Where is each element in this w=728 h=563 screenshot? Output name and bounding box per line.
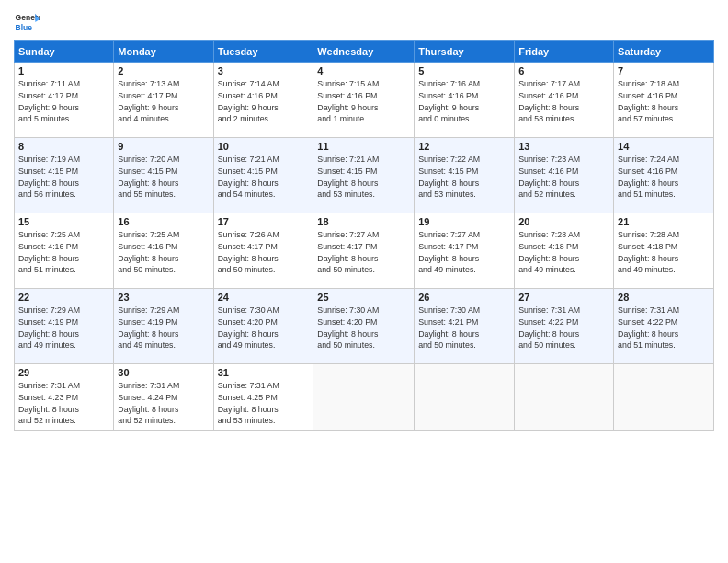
day-number: 30	[118, 367, 209, 378]
day-number: 3	[218, 65, 310, 76]
calendar-cell: 18Sunrise: 7:27 AM Sunset: 4:17 PM Dayli…	[313, 213, 415, 289]
page: General Blue SundayMondayTuesdayWednesda…	[0, 0, 728, 563]
calendar-cell: 7Sunrise: 7:18 AM Sunset: 4:16 PM Daylig…	[614, 63, 714, 138]
day-header-monday: Monday	[114, 41, 213, 63]
calendar-week-row: 8Sunrise: 7:19 AM Sunset: 4:15 PM Daylig…	[15, 138, 714, 213]
day-info: Sunrise: 7:31 AM Sunset: 4:25 PM Dayligh…	[218, 380, 310, 427]
calendar-cell: 10Sunrise: 7:21 AM Sunset: 4:15 PM Dayli…	[213, 138, 313, 213]
day-info: Sunrise: 7:30 AM Sunset: 4:21 PM Dayligh…	[418, 304, 510, 351]
day-header-tuesday: Tuesday	[213, 41, 313, 63]
day-info: Sunrise: 7:17 AM Sunset: 4:16 PM Dayligh…	[518, 78, 609, 125]
day-number: 11	[317, 141, 410, 152]
calendar-cell: 9Sunrise: 7:20 AM Sunset: 4:15 PM Daylig…	[114, 138, 213, 213]
day-number: 9	[118, 141, 209, 152]
calendar-cell: 1Sunrise: 7:11 AM Sunset: 4:17 PM Daylig…	[15, 63, 114, 138]
day-info: Sunrise: 7:25 AM Sunset: 4:16 PM Dayligh…	[18, 229, 109, 276]
day-number: 21	[618, 216, 710, 227]
day-info: Sunrise: 7:27 AM Sunset: 4:17 PM Dayligh…	[418, 229, 510, 276]
calendar-cell: 4Sunrise: 7:15 AM Sunset: 4:16 PM Daylig…	[313, 63, 415, 138]
day-number: 26	[418, 292, 510, 303]
calendar-cell: 8Sunrise: 7:19 AM Sunset: 4:15 PM Daylig…	[15, 138, 114, 213]
calendar-cell: 6Sunrise: 7:17 AM Sunset: 4:16 PM Daylig…	[515, 63, 614, 138]
day-number: 7	[618, 65, 710, 76]
day-info: Sunrise: 7:18 AM Sunset: 4:16 PM Dayligh…	[618, 78, 710, 125]
day-info: Sunrise: 7:30 AM Sunset: 4:20 PM Dayligh…	[317, 304, 410, 351]
calendar-cell: 21Sunrise: 7:28 AM Sunset: 4:18 PM Dayli…	[614, 213, 714, 289]
calendar-table: SundayMondayTuesdayWednesdayThursdayFrid…	[14, 40, 714, 431]
day-number: 8	[18, 141, 109, 152]
day-number: 27	[518, 292, 609, 303]
day-info: Sunrise: 7:16 AM Sunset: 4:16 PM Dayligh…	[418, 78, 510, 125]
day-number: 25	[317, 292, 410, 303]
day-info: Sunrise: 7:29 AM Sunset: 4:19 PM Dayligh…	[18, 304, 109, 351]
calendar-cell: 19Sunrise: 7:27 AM Sunset: 4:17 PM Dayli…	[415, 213, 515, 289]
day-info: Sunrise: 7:25 AM Sunset: 4:16 PM Dayligh…	[118, 229, 209, 276]
day-info: Sunrise: 7:28 AM Sunset: 4:18 PM Dayligh…	[618, 229, 710, 276]
calendar-cell: 25Sunrise: 7:30 AM Sunset: 4:20 PM Dayli…	[313, 289, 415, 364]
day-info: Sunrise: 7:19 AM Sunset: 4:15 PM Dayligh…	[18, 154, 109, 201]
calendar-cell: 12Sunrise: 7:22 AM Sunset: 4:15 PM Dayli…	[415, 138, 515, 213]
day-number: 19	[418, 216, 510, 227]
day-info: Sunrise: 7:27 AM Sunset: 4:17 PM Dayligh…	[317, 229, 410, 276]
day-info: Sunrise: 7:31 AM Sunset: 4:22 PM Dayligh…	[518, 304, 609, 351]
header: General Blue	[14, 9, 714, 35]
calendar-cell: 27Sunrise: 7:31 AM Sunset: 4:22 PM Dayli…	[515, 289, 614, 364]
day-number: 6	[518, 65, 609, 76]
day-header-thursday: Thursday	[415, 41, 515, 63]
day-number: 14	[618, 141, 710, 152]
day-number: 15	[18, 216, 109, 227]
day-number: 10	[218, 141, 310, 152]
day-number: 29	[18, 367, 109, 378]
day-info: Sunrise: 7:22 AM Sunset: 4:15 PM Dayligh…	[418, 154, 510, 201]
calendar-cell: 23Sunrise: 7:29 AM Sunset: 4:19 PM Dayli…	[114, 289, 213, 364]
calendar-cell: 30Sunrise: 7:31 AM Sunset: 4:24 PM Dayli…	[114, 364, 213, 431]
calendar-cell: 2Sunrise: 7:13 AM Sunset: 4:17 PM Daylig…	[114, 63, 213, 138]
day-number: 20	[518, 216, 609, 227]
day-number: 1	[18, 65, 109, 76]
day-header-sunday: Sunday	[15, 41, 114, 63]
calendar-cell: 3Sunrise: 7:14 AM Sunset: 4:16 PM Daylig…	[213, 63, 313, 138]
day-info: Sunrise: 7:15 AM Sunset: 4:16 PM Dayligh…	[317, 78, 410, 125]
calendar-cell: 13Sunrise: 7:23 AM Sunset: 4:16 PM Dayli…	[515, 138, 614, 213]
day-info: Sunrise: 7:28 AM Sunset: 4:18 PM Dayligh…	[518, 229, 609, 276]
day-number: 17	[218, 216, 310, 227]
day-info: Sunrise: 7:21 AM Sunset: 4:15 PM Dayligh…	[218, 154, 310, 201]
day-number: 22	[18, 292, 109, 303]
calendar-cell: 28Sunrise: 7:31 AM Sunset: 4:22 PM Dayli…	[614, 289, 714, 364]
day-info: Sunrise: 7:31 AM Sunset: 4:23 PM Dayligh…	[18, 380, 109, 427]
calendar-week-row: 29Sunrise: 7:31 AM Sunset: 4:23 PM Dayli…	[15, 364, 714, 431]
calendar-cell: 11Sunrise: 7:21 AM Sunset: 4:15 PM Dayli…	[313, 138, 415, 213]
day-info: Sunrise: 7:26 AM Sunset: 4:17 PM Dayligh…	[218, 229, 310, 276]
calendar-cell: 26Sunrise: 7:30 AM Sunset: 4:21 PM Dayli…	[415, 289, 515, 364]
calendar-cell: 29Sunrise: 7:31 AM Sunset: 4:23 PM Dayli…	[15, 364, 114, 431]
calendar-cell: 14Sunrise: 7:24 AM Sunset: 4:16 PM Dayli…	[614, 138, 714, 213]
day-number: 31	[218, 367, 310, 378]
logo: General Blue	[14, 9, 40, 35]
calendar-header-row: SundayMondayTuesdayWednesdayThursdayFrid…	[15, 41, 714, 63]
calendar-cell: 5Sunrise: 7:16 AM Sunset: 4:16 PM Daylig…	[415, 63, 515, 138]
day-number: 28	[618, 292, 710, 303]
calendar-cell	[313, 364, 415, 431]
calendar-cell: 22Sunrise: 7:29 AM Sunset: 4:19 PM Dayli…	[15, 289, 114, 364]
day-info: Sunrise: 7:23 AM Sunset: 4:16 PM Dayligh…	[518, 154, 609, 201]
calendar-cell	[415, 364, 515, 431]
calendar-cell: 31Sunrise: 7:31 AM Sunset: 4:25 PM Dayli…	[213, 364, 313, 431]
calendar-cell	[515, 364, 614, 431]
day-header-wednesday: Wednesday	[313, 41, 415, 63]
day-number: 13	[518, 141, 609, 152]
day-number: 24	[218, 292, 310, 303]
day-info: Sunrise: 7:14 AM Sunset: 4:16 PM Dayligh…	[218, 78, 310, 125]
day-info: Sunrise: 7:31 AM Sunset: 4:22 PM Dayligh…	[618, 304, 710, 351]
day-header-saturday: Saturday	[614, 41, 714, 63]
svg-text:Blue: Blue	[16, 23, 33, 32]
day-info: Sunrise: 7:11 AM Sunset: 4:17 PM Dayligh…	[18, 78, 109, 125]
day-info: Sunrise: 7:21 AM Sunset: 4:15 PM Dayligh…	[317, 154, 410, 201]
day-info: Sunrise: 7:31 AM Sunset: 4:24 PM Dayligh…	[118, 380, 209, 427]
calendar-cell: 20Sunrise: 7:28 AM Sunset: 4:18 PM Dayli…	[515, 213, 614, 289]
calendar-week-row: 22Sunrise: 7:29 AM Sunset: 4:19 PM Dayli…	[15, 289, 714, 364]
calendar-cell: 15Sunrise: 7:25 AM Sunset: 4:16 PM Dayli…	[15, 213, 114, 289]
day-number: 2	[118, 65, 209, 76]
day-header-friday: Friday	[515, 41, 614, 63]
day-info: Sunrise: 7:20 AM Sunset: 4:15 PM Dayligh…	[118, 154, 209, 201]
day-number: 4	[317, 65, 410, 76]
